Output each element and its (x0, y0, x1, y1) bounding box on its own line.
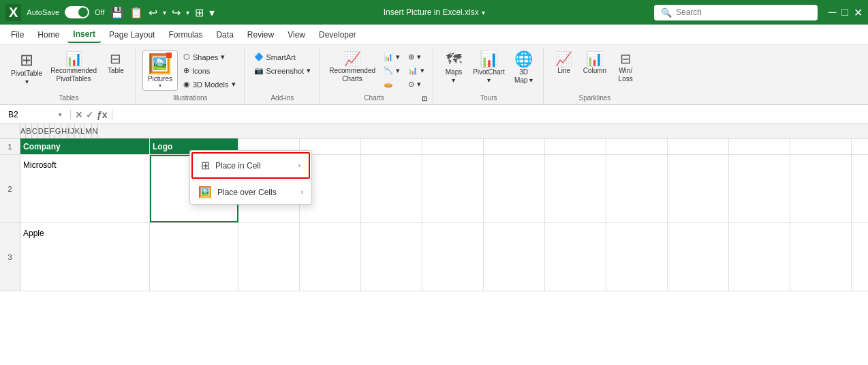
name-box-dropdown[interactable]: ▾ (59, 111, 62, 118)
cell-i1[interactable] (606, 138, 668, 154)
place-over-cells-item[interactable]: 🖼️ Place over Cells › (190, 180, 311, 204)
scatter-chart-button[interactable]: ⊕▾ (405, 50, 427, 63)
menu-view[interactable]: View (282, 27, 311, 42)
column-sparkline-button[interactable]: 📊 Column (580, 50, 609, 76)
col-header-d[interactable]: D (38, 124, 44, 138)
name-box-input[interactable] (8, 110, 56, 119)
pivot-table-button[interactable]: ⊞ PivotTable▾ (8, 50, 45, 87)
cell-f2[interactable] (422, 155, 484, 222)
recommended-pivot-tables-button[interactable]: 📊 RecommendedPivotTables (48, 50, 99, 85)
undo-dropdown-icon[interactable]: ▾ (163, 9, 166, 16)
recommended-charts-button[interactable]: 📈 RecommendedCharts (326, 50, 378, 85)
cell-f3[interactable] (422, 223, 484, 291)
maps-button[interactable]: 🗺 Maps▾ (440, 50, 467, 86)
col-header-a[interactable]: A (20, 124, 26, 138)
cell-g3[interactable] (484, 223, 545, 291)
cell-j1[interactable] (668, 138, 729, 154)
insert-function-icon[interactable]: ƒx (97, 109, 108, 120)
cell-l1[interactable] (790, 138, 852, 154)
redo-dropdown-icon[interactable]: ▾ (186, 9, 189, 16)
winloss-sparkline-button[interactable]: ⊟ Win/Loss (612, 50, 639, 85)
col-header-k[interactable]: K (75, 124, 80, 138)
cell-d3[interactable] (300, 223, 361, 291)
menu-file[interactable]: File (5, 27, 29, 42)
menu-insert[interactable]: Insert (67, 27, 101, 43)
col-header-l[interactable]: L (80, 124, 85, 138)
pie-chart-button[interactable]: 🥧 (381, 78, 403, 91)
col-header-c[interactable]: C (32, 124, 38, 138)
cell-j2[interactable] (668, 155, 729, 222)
cell-k3[interactable] (729, 223, 790, 291)
cell-f1[interactable] (422, 138, 484, 154)
cell-l3[interactable] (790, 223, 852, 291)
save-copy-icon[interactable]: 📋 (129, 6, 143, 19)
menu-developer[interactable]: Developer (313, 27, 362, 42)
3d-map-button[interactable]: 🌐 3DMap ▾ (510, 50, 538, 86)
col-header-e[interactable]: E (44, 124, 50, 138)
cell-c3[interactable] (238, 223, 300, 291)
line-chart-button[interactable]: 📉▾ (381, 64, 403, 77)
screenshot-button[interactable]: 📷 Screenshot ▾ (251, 64, 314, 77)
cell-j3[interactable] (668, 223, 729, 291)
cell-m2[interactable] (852, 155, 868, 222)
bar-chart-button[interactable]: 📊▾ (381, 50, 403, 63)
menu-review[interactable]: Review (242, 27, 279, 42)
pivot-chart-button[interactable]: 📊 PivotChart▾ (470, 50, 508, 86)
cell-k1[interactable] (729, 138, 790, 154)
cell-apple[interactable]: Apple (20, 223, 150, 291)
icons-button[interactable]: ⊕ Icons (181, 64, 238, 77)
pictures-button[interactable]: 🖼️ • Pictures ▾ (142, 50, 178, 91)
combo-chart-button[interactable]: ⊙▾ (405, 78, 427, 91)
cell-l2[interactable] (790, 155, 852, 222)
cell-k2[interactable] (729, 155, 790, 222)
redo-icon[interactable]: ↪ (172, 6, 181, 19)
confirm-formula-icon[interactable]: ✓ (86, 109, 94, 120)
search-input[interactable] (676, 8, 811, 17)
cell-h3[interactable] (545, 223, 606, 291)
cancel-formula-icon[interactable]: ✕ (75, 109, 83, 120)
title-dropdown-icon[interactable]: ▾ (482, 9, 485, 16)
header-company[interactable]: Company (20, 138, 150, 154)
cell-h2[interactable] (545, 155, 606, 222)
cell-i2[interactable] (606, 155, 668, 222)
cell-g2[interactable] (484, 155, 545, 222)
row-num-1[interactable]: 1 (0, 138, 20, 155)
table-icon[interactable]: ⊞ (195, 6, 204, 19)
cell-e3[interactable] (361, 223, 422, 291)
row-num-2[interactable]: 2 (0, 155, 20, 223)
shapes-button[interactable]: ⬡ Shapes ▾ (181, 50, 238, 63)
col-header-b[interactable]: B (26, 124, 31, 138)
row-num-3[interactable]: 3 (0, 223, 20, 291)
menu-formulas[interactable]: Formulas (163, 27, 208, 42)
cell-microsoft[interactable]: Microsoft (20, 155, 150, 222)
col-header-g[interactable]: G (55, 124, 62, 138)
line-sparkline-button[interactable]: 📈 Line (551, 50, 578, 76)
table-button[interactable]: ⊟ Table (102, 50, 129, 76)
col-header-n[interactable]: N (92, 124, 98, 138)
cell-h1[interactable] (545, 138, 606, 154)
save-icon[interactable]: 💾 (110, 6, 124, 19)
menu-data[interactable]: Data (211, 27, 238, 42)
menu-page-layout[interactable]: Page Layout (104, 27, 160, 42)
col-header-m[interactable]: M (85, 124, 92, 138)
close-icon[interactable]: ✕ (854, 6, 863, 19)
cell-m1[interactable] (852, 138, 868, 154)
cell-i3[interactable] (606, 223, 668, 291)
formula-input[interactable] (112, 110, 865, 119)
cell-g1[interactable] (484, 138, 545, 154)
cell-e2[interactable] (361, 155, 422, 222)
smartart-button[interactable]: 🔷 SmartArt (251, 50, 314, 63)
customize-icon[interactable]: ▾ (209, 6, 215, 19)
cell-e1[interactable] (361, 138, 422, 154)
area-chart-button[interactable]: 📊▾ (405, 64, 427, 77)
col-header-h[interactable]: H (61, 124, 67, 138)
charts-expand-icon[interactable]: ⊡ (422, 95, 427, 102)
autosave-toggle[interactable] (65, 6, 89, 18)
minimize-icon[interactable]: ─ (828, 6, 836, 18)
restore-icon[interactable]: □ (841, 6, 848, 18)
menu-home[interactable]: Home (32, 27, 65, 42)
cell-m3[interactable] (852, 223, 868, 291)
place-in-cell-item[interactable]: ⊞ Place in Cell › (191, 152, 310, 179)
undo-icon[interactable]: ↩ (149, 6, 157, 19)
col-header-f[interactable]: F (50, 124, 55, 138)
